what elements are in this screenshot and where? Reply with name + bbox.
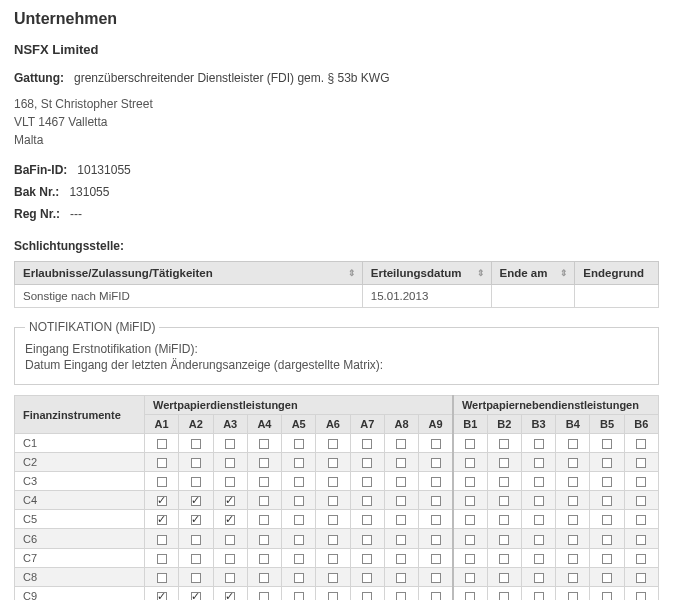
sort-icon[interactable]: ⇕ [348,269,356,278]
matrix-cell [316,529,350,548]
checkbox-icon [191,439,201,449]
matrix-cell [247,529,281,548]
checkbox-icon [534,554,544,564]
matrix-cell [213,529,247,548]
checkbox-icon [396,515,406,525]
notification-legend: NOTIFIKATION (MiFID) [25,320,159,334]
checkbox-icon [465,535,475,545]
checkbox-icon [396,573,406,583]
matrix-cell [590,548,624,567]
matrix-cell [487,548,521,567]
matrix-cell [487,491,521,510]
checkbox-icon [396,439,406,449]
checkbox-icon [362,592,372,600]
checkbox-icon [157,477,167,487]
checkbox-icon [294,592,304,600]
matrix-cell [179,453,213,472]
col-header-date[interactable]: Erteilungsdatum ⇕ [362,262,491,285]
checkbox-icon [225,573,235,583]
matrix-cell [590,510,624,529]
matrix-cell [384,453,418,472]
checkbox-icon [431,535,441,545]
matrix-row: C7 [15,548,659,567]
matrix-cell [247,453,281,472]
sort-icon[interactable]: ⇕ [477,269,485,278]
checkbox-icon [636,458,646,468]
checkbox-icon [499,496,509,506]
checkbox-icon [602,496,612,506]
col-header-reason[interactable]: Endegrund [575,262,659,285]
checkbox-icon [259,573,269,583]
checkbox-icon [157,554,167,564]
checkbox-icon [294,458,304,468]
bak-nr-label: Bak Nr.: [14,183,59,201]
matrix-cell [453,510,487,529]
matrix-cell [145,567,179,586]
matrix-cell [247,548,281,567]
checkbox-icon [191,515,201,525]
checkbox-icon [396,592,406,600]
cell-reason [575,285,659,308]
matrix-cell [624,491,658,510]
cell-date: 15.01.2013 [362,285,491,308]
matrix-cell [179,548,213,567]
matrix-cell [453,567,487,586]
matrix-row-label: C8 [15,567,145,586]
checkbox-icon [568,535,578,545]
bafin-id-label: BaFin-ID: [14,161,67,179]
checkbox-icon [362,496,372,506]
matrix-row-label: C2 [15,453,145,472]
matrix-col-header: A1 [145,415,179,434]
bafin-id-value: 10131055 [77,163,130,177]
matrix-cell [145,472,179,491]
matrix-cell [282,434,316,453]
matrix-cell [419,529,453,548]
checkbox-icon [328,496,338,506]
matrix-cell [179,586,213,600]
matrix-cell [213,434,247,453]
matrix-cell [316,434,350,453]
matrix-cell [556,434,590,453]
col-header-end[interactable]: Ende am ⇕ [491,262,575,285]
checkbox-icon [499,554,509,564]
checkbox-icon [294,573,304,583]
matrix-row: C4 [15,491,659,510]
checkbox-icon [499,592,509,600]
matrix-cell [316,548,350,567]
checkbox-icon [431,554,441,564]
matrix-row: C9 [15,586,659,600]
checkbox-icon [396,477,406,487]
matrix-cell [453,491,487,510]
checkbox-icon [396,554,406,564]
checkbox-icon [499,535,509,545]
address-line-1: 168, St Christopher Street [14,95,659,113]
checkbox-icon [602,458,612,468]
checkbox-icon [362,573,372,583]
matrix-cell [556,510,590,529]
cell-end [491,285,575,308]
matrix-cell [384,529,418,548]
checkbox-icon [362,439,372,449]
col-header-permissions[interactable]: Erlaubnisse/Zulassung/Tätigkeiten ⇕ [15,262,363,285]
matrix-group-2: Wertpapiernebendienstleistungen [453,396,659,415]
matrix-cell [419,472,453,491]
checkbox-icon [294,477,304,487]
checkbox-icon [225,535,235,545]
matrix-col-header: B5 [590,415,624,434]
matrix-cell [624,434,658,453]
matrix-cell [282,529,316,548]
checkbox-icon [568,477,578,487]
matrix-cell [179,491,213,510]
matrix-cell [282,567,316,586]
checkbox-icon [259,458,269,468]
checkbox-icon [157,439,167,449]
checkbox-icon [499,573,509,583]
checkbox-icon [534,477,544,487]
matrix-cell [590,472,624,491]
matrix-row-label: C3 [15,472,145,491]
checkbox-icon [568,458,578,468]
matrix-cell [487,434,521,453]
checkbox-icon [602,535,612,545]
cell-permission: Sonstige nach MiFID [15,285,363,308]
sort-icon[interactable]: ⇕ [560,269,568,278]
